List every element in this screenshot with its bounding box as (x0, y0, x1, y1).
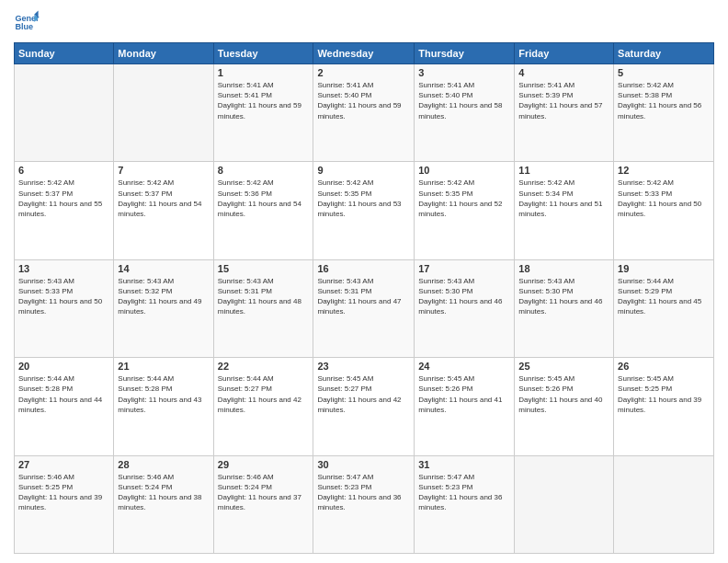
day-number: 25 (518, 361, 609, 372)
calendar-cell: 19Sunrise: 5:44 AM Sunset: 5:29 PM Dayli… (614, 259, 714, 357)
calendar-cell: 24Sunrise: 5:45 AM Sunset: 5:26 PM Dayli… (415, 358, 515, 455)
svg-text:Blue: Blue (15, 22, 33, 31)
day-info: Sunrise: 5:43 AM Sunset: 5:31 PM Dayligh… (218, 276, 310, 317)
day-number: 13 (18, 263, 109, 274)
day-number: 30 (317, 459, 410, 470)
calendar-cell: 28Sunrise: 5:46 AM Sunset: 5:24 PM Dayli… (114, 455, 213, 553)
calendar-cell: 31Sunrise: 5:47 AM Sunset: 5:23 PM Dayli… (415, 455, 515, 553)
day-info: Sunrise: 5:42 AM Sunset: 5:38 PM Dayligh… (618, 80, 710, 121)
day-number: 21 (118, 361, 209, 372)
calendar-cell (114, 64, 213, 162)
day-info: Sunrise: 5:41 AM Sunset: 5:40 PM Dayligh… (418, 80, 510, 121)
day-number: 26 (618, 361, 710, 372)
day-info: Sunrise: 5:44 AM Sunset: 5:28 PM Dayligh… (18, 373, 109, 415)
day-info: Sunrise: 5:43 AM Sunset: 5:30 PM Dayligh… (518, 276, 609, 317)
calendar-cell: 7Sunrise: 5:42 AM Sunset: 5:37 PM Daylig… (114, 162, 213, 259)
calendar-cell: 22Sunrise: 5:44 AM Sunset: 5:27 PM Dayli… (213, 358, 313, 455)
day-info: Sunrise: 5:47 AM Sunset: 5:23 PM Dayligh… (317, 472, 410, 513)
day-info: Sunrise: 5:42 AM Sunset: 5:34 PM Dayligh… (518, 178, 609, 219)
weekday-header-thursday: Thursday (415, 43, 515, 64)
calendar-cell: 16Sunrise: 5:43 AM Sunset: 5:31 PM Dayli… (313, 259, 415, 357)
day-number: 27 (18, 459, 109, 470)
day-info: Sunrise: 5:45 AM Sunset: 5:26 PM Dayligh… (418, 373, 510, 415)
calendar-cell: 5Sunrise: 5:42 AM Sunset: 5:38 PM Daylig… (614, 64, 714, 162)
day-info: Sunrise: 5:45 AM Sunset: 5:25 PM Dayligh… (618, 373, 710, 415)
day-number: 18 (518, 263, 609, 274)
calendar-cell: 18Sunrise: 5:43 AM Sunset: 5:30 PM Dayli… (515, 259, 614, 357)
day-info: Sunrise: 5:47 AM Sunset: 5:23 PM Dayligh… (418, 472, 510, 513)
day-info: Sunrise: 5:42 AM Sunset: 5:35 PM Dayligh… (418, 178, 510, 219)
calendar-cell (515, 455, 614, 553)
calendar-cell: 15Sunrise: 5:43 AM Sunset: 5:31 PM Dayli… (213, 259, 313, 357)
day-info: Sunrise: 5:43 AM Sunset: 5:33 PM Dayligh… (18, 276, 109, 317)
logo: General Blue (14, 9, 40, 35)
day-number: 3 (418, 67, 510, 78)
day-number: 2 (317, 67, 410, 78)
weekday-header-wednesday: Wednesday (313, 43, 415, 64)
day-number: 31 (418, 459, 510, 470)
day-number: 6 (18, 165, 109, 176)
calendar-body: 1Sunrise: 5:41 AM Sunset: 5:41 PM Daylig… (15, 64, 714, 554)
day-info: Sunrise: 5:41 AM Sunset: 5:41 PM Dayligh… (218, 80, 310, 121)
calendar-table: SundayMondayTuesdayWednesdayThursdayFrid… (14, 42, 714, 554)
calendar-cell: 11Sunrise: 5:42 AM Sunset: 5:34 PM Dayli… (515, 162, 614, 259)
day-info: Sunrise: 5:46 AM Sunset: 5:25 PM Dayligh… (18, 472, 109, 513)
day-number: 8 (218, 165, 310, 176)
weekday-header-monday: Monday (114, 43, 213, 64)
day-number: 15 (218, 263, 310, 274)
week-row-3: 13Sunrise: 5:43 AM Sunset: 5:33 PM Dayli… (15, 259, 714, 357)
calendar-cell: 6Sunrise: 5:42 AM Sunset: 5:37 PM Daylig… (15, 162, 114, 259)
day-info: Sunrise: 5:44 AM Sunset: 5:28 PM Dayligh… (118, 373, 209, 415)
day-number: 7 (118, 165, 209, 176)
day-number: 9 (317, 165, 410, 176)
day-info: Sunrise: 5:44 AM Sunset: 5:27 PM Dayligh… (218, 373, 310, 415)
weekday-header-friday: Friday (515, 43, 614, 64)
day-info: Sunrise: 5:46 AM Sunset: 5:24 PM Dayligh… (218, 472, 310, 513)
page: General Blue SundayMondayTuesdayWednesda… (0, 0, 728, 563)
calendar-cell: 20Sunrise: 5:44 AM Sunset: 5:28 PM Dayli… (15, 358, 114, 455)
day-info: Sunrise: 5:45 AM Sunset: 5:26 PM Dayligh… (518, 373, 609, 415)
day-info: Sunrise: 5:42 AM Sunset: 5:37 PM Dayligh… (18, 178, 109, 219)
header: General Blue (14, 9, 714, 35)
day-info: Sunrise: 5:45 AM Sunset: 5:27 PM Dayligh… (317, 373, 410, 415)
calendar-cell: 25Sunrise: 5:45 AM Sunset: 5:26 PM Dayli… (515, 358, 614, 455)
day-number: 28 (118, 459, 209, 470)
weekday-header-row: SundayMondayTuesdayWednesdayThursdayFrid… (15, 43, 714, 64)
calendar-cell: 2Sunrise: 5:41 AM Sunset: 5:40 PM Daylig… (313, 64, 415, 162)
day-info: Sunrise: 5:43 AM Sunset: 5:32 PM Dayligh… (118, 276, 209, 317)
day-number: 4 (518, 67, 609, 78)
day-number: 19 (618, 263, 710, 274)
calendar-cell: 17Sunrise: 5:43 AM Sunset: 5:30 PM Dayli… (415, 259, 515, 357)
week-row-5: 27Sunrise: 5:46 AM Sunset: 5:25 PM Dayli… (15, 455, 714, 553)
day-number: 23 (317, 361, 410, 372)
week-row-1: 1Sunrise: 5:41 AM Sunset: 5:41 PM Daylig… (15, 64, 714, 162)
day-number: 10 (418, 165, 510, 176)
day-info: Sunrise: 5:42 AM Sunset: 5:33 PM Dayligh… (618, 178, 710, 219)
calendar-cell: 30Sunrise: 5:47 AM Sunset: 5:23 PM Dayli… (313, 455, 415, 553)
calendar-cell: 8Sunrise: 5:42 AM Sunset: 5:36 PM Daylig… (213, 162, 313, 259)
calendar-cell: 13Sunrise: 5:43 AM Sunset: 5:33 PM Dayli… (15, 259, 114, 357)
calendar-cell: 27Sunrise: 5:46 AM Sunset: 5:25 PM Dayli… (15, 455, 114, 553)
day-info: Sunrise: 5:42 AM Sunset: 5:36 PM Dayligh… (218, 178, 310, 219)
day-number: 24 (418, 361, 510, 372)
day-info: Sunrise: 5:46 AM Sunset: 5:24 PM Dayligh… (118, 472, 209, 513)
day-info: Sunrise: 5:42 AM Sunset: 5:37 PM Dayligh… (118, 178, 209, 219)
day-info: Sunrise: 5:43 AM Sunset: 5:31 PM Dayligh… (317, 276, 410, 317)
day-info: Sunrise: 5:42 AM Sunset: 5:35 PM Dayligh… (317, 178, 410, 219)
calendar-cell: 14Sunrise: 5:43 AM Sunset: 5:32 PM Dayli… (114, 259, 213, 357)
calendar-cell: 4Sunrise: 5:41 AM Sunset: 5:39 PM Daylig… (515, 64, 614, 162)
calendar-cell (614, 455, 714, 553)
day-number: 29 (218, 459, 310, 470)
day-info: Sunrise: 5:43 AM Sunset: 5:30 PM Dayligh… (418, 276, 510, 317)
calendar-cell: 9Sunrise: 5:42 AM Sunset: 5:35 PM Daylig… (313, 162, 415, 259)
day-info: Sunrise: 5:41 AM Sunset: 5:39 PM Dayligh… (518, 80, 609, 121)
day-number: 11 (518, 165, 609, 176)
day-number: 20 (18, 361, 109, 372)
day-number: 14 (118, 263, 209, 274)
weekday-header-tuesday: Tuesday (213, 43, 313, 64)
week-row-2: 6Sunrise: 5:42 AM Sunset: 5:37 PM Daylig… (15, 162, 714, 259)
week-row-4: 20Sunrise: 5:44 AM Sunset: 5:28 PM Dayli… (15, 358, 714, 455)
calendar-cell: 21Sunrise: 5:44 AM Sunset: 5:28 PM Dayli… (114, 358, 213, 455)
calendar-cell: 12Sunrise: 5:42 AM Sunset: 5:33 PM Dayli… (614, 162, 714, 259)
day-number: 5 (618, 67, 710, 78)
